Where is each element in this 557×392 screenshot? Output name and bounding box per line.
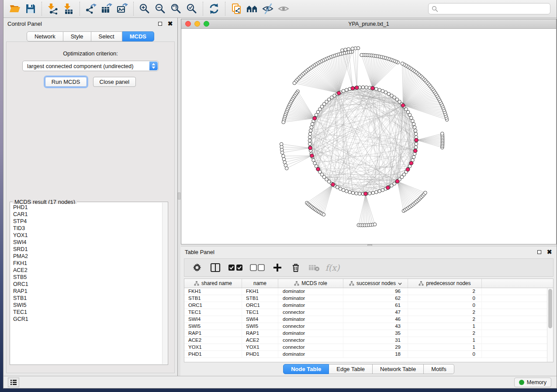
zoom-selected-icon[interactable] xyxy=(184,1,200,16)
network-titlebar[interactable]: YPA_prune.txt_1 xyxy=(181,19,556,29)
mcds-result-item[interactable]: GCR1 xyxy=(10,316,162,323)
zoom-out-icon[interactable] xyxy=(152,1,168,16)
memory-button[interactable]: Memory xyxy=(514,378,551,387)
duplicate-network-icon[interactable] xyxy=(228,1,244,16)
close-window-icon[interactable] xyxy=(185,21,191,27)
column-header-MCDS-role[interactable]: MCDS role xyxy=(278,279,343,288)
column-header-successor-nodes[interactable]: successor nodes xyxy=(343,279,408,288)
optimization-criterion-select[interactable]: largest connected component (undirected) xyxy=(22,61,159,71)
export-table-icon[interactable] xyxy=(99,1,114,16)
search-input[interactable] xyxy=(440,6,550,12)
table-row[interactable]: SWI5SWI5connector431 xyxy=(184,323,547,330)
hide-selected-icon[interactable] xyxy=(260,1,276,16)
table-scrollbar-thumb[interactable] xyxy=(548,289,552,328)
minimize-window-icon[interactable] xyxy=(194,21,200,27)
run-mcds-button[interactable]: Run MCDS xyxy=(45,77,87,87)
table-row[interactable]: ACE2ACE2connector311 xyxy=(184,337,547,344)
mcds-result-item[interactable]: ACE2 xyxy=(10,267,162,274)
maximize-window-icon[interactable] xyxy=(204,21,209,27)
open-file-icon[interactable] xyxy=(7,1,23,16)
table-row[interactable]: TEC1TEC1connector472 xyxy=(184,309,547,316)
delete-column-icon[interactable] xyxy=(289,261,302,274)
export-image-icon[interactable] xyxy=(114,1,130,16)
table-scrollbar[interactable] xyxy=(547,288,553,362)
refresh-icon[interactable] xyxy=(206,1,222,16)
column-header-name[interactable]: name xyxy=(242,279,278,288)
close-panel-icon[interactable]: ✖ xyxy=(167,21,173,27)
mcds-result-item[interactable]: RAP1 xyxy=(10,288,162,295)
status-bar: Memory xyxy=(3,376,557,388)
mcds-result-item[interactable]: STB5 xyxy=(10,274,162,281)
mcds-result-item[interactable]: YOX1 xyxy=(10,232,162,239)
show-all-icon[interactable] xyxy=(276,1,291,16)
cell-mcds_role: dominator xyxy=(278,330,343,337)
table-row[interactable]: FKH1FKH1dominator962 xyxy=(184,288,547,295)
close-table-panel-icon[interactable]: ✖ xyxy=(546,249,553,255)
table-row[interactable]: PHD1PHD1dominator180 xyxy=(184,351,547,358)
tab-network[interactable]: Network xyxy=(27,31,63,41)
table-tab-edge-table[interactable]: Edge Table xyxy=(329,364,373,374)
network-workspace: YPA_prune.txt_1 Table Panel ✖ xyxy=(180,18,557,376)
table-tab-motifs[interactable]: Motifs xyxy=(424,364,454,374)
cell-shared_name: TEC1 xyxy=(184,309,242,316)
table-row[interactable]: ORC1ORC1dominator610 xyxy=(184,302,547,309)
memory-label: Memory xyxy=(527,379,547,385)
zoom-in-icon[interactable] xyxy=(137,1,152,16)
table-tab-node-table[interactable]: Node Table xyxy=(283,364,329,374)
network-title: YPA_prune.txt_1 xyxy=(181,21,556,27)
mcds-result-item[interactable]: SWI5 xyxy=(10,302,162,309)
cell-successor_nodes: 61 xyxy=(343,302,408,309)
column-header-predecessor-nodes[interactable]: predecessor nodes xyxy=(408,279,482,288)
mcds-result-item[interactable]: SWI4 xyxy=(10,239,162,246)
mcds-result-item[interactable]: CAR1 xyxy=(10,211,162,218)
gear-icon[interactable] xyxy=(190,261,204,274)
mcds-list-scrollbar[interactable] xyxy=(162,203,167,364)
tab-mcds[interactable]: MCDS xyxy=(122,31,154,41)
tab-style[interactable]: Style xyxy=(63,31,91,41)
table-row[interactable]: STB1STB1dominator620 xyxy=(184,295,547,302)
main-toolbar xyxy=(3,0,557,18)
zoom-fit-icon[interactable] xyxy=(168,1,184,16)
save-icon[interactable] xyxy=(23,1,38,16)
task-history-button[interactable] xyxy=(8,378,19,387)
import-network-icon[interactable] xyxy=(45,1,61,16)
table-row[interactable]: SWI4SWI4dominator462 xyxy=(184,316,547,323)
deselect-all-icon[interactable] xyxy=(249,261,266,274)
cell-predecessor_nodes: 2 xyxy=(408,288,482,295)
cell-successor_nodes: 43 xyxy=(343,323,408,330)
table-row[interactable]: YOX1YOX1connector291 xyxy=(184,344,547,351)
first-neighbors-icon[interactable] xyxy=(244,1,260,16)
float-table-panel-icon[interactable] xyxy=(536,249,543,255)
mcds-result-item[interactable]: SRD1 xyxy=(10,246,162,253)
export-network-icon[interactable] xyxy=(83,1,99,16)
mcds-result-item[interactable]: PMA2 xyxy=(10,253,162,260)
sort-descending-icon xyxy=(398,280,402,286)
network-window: YPA_prune.txt_1 xyxy=(181,19,557,244)
mcds-result-item[interactable]: FKH1 xyxy=(10,260,162,267)
control-panel-title: Control Panel xyxy=(7,21,153,27)
tab-select[interactable]: Select xyxy=(91,31,122,41)
cell-predecessor_nodes: 2 xyxy=(408,309,482,316)
column-header-shared-name[interactable]: shared name xyxy=(184,279,242,288)
cell-name: PHD1 xyxy=(242,351,278,358)
table-row[interactable]: RAP1RAP1dominator352 xyxy=(184,330,547,337)
table-tab-network-table[interactable]: Network Table xyxy=(373,364,424,374)
mcds-result-item[interactable]: TEC1 xyxy=(10,309,162,316)
mcds-result-item[interactable]: PHD1 xyxy=(10,204,162,211)
function-builder-icon: f(x) xyxy=(326,261,339,274)
network-canvas[interactable] xyxy=(181,29,556,244)
add-column-icon[interactable] xyxy=(271,261,284,274)
cell-predecessor_nodes: 0 xyxy=(408,351,482,358)
split-pane-icon[interactable] xyxy=(209,261,222,274)
import-table-icon[interactable] xyxy=(61,1,76,16)
mcds-result-item[interactable]: STP4 xyxy=(10,218,162,225)
select-all-icon[interactable] xyxy=(227,261,244,274)
mcds-result-item[interactable]: ORC1 xyxy=(10,281,162,288)
search-field[interactable] xyxy=(428,3,550,14)
network-graph[interactable] xyxy=(181,29,556,244)
cell-predecessor_nodes: 0 xyxy=(408,302,482,309)
close-panel-button[interactable]: Close panel xyxy=(93,77,136,87)
mcds-result-item[interactable]: STB1 xyxy=(10,295,162,302)
mcds-result-item[interactable]: TID3 xyxy=(10,225,162,232)
float-panel-icon[interactable] xyxy=(157,21,163,27)
